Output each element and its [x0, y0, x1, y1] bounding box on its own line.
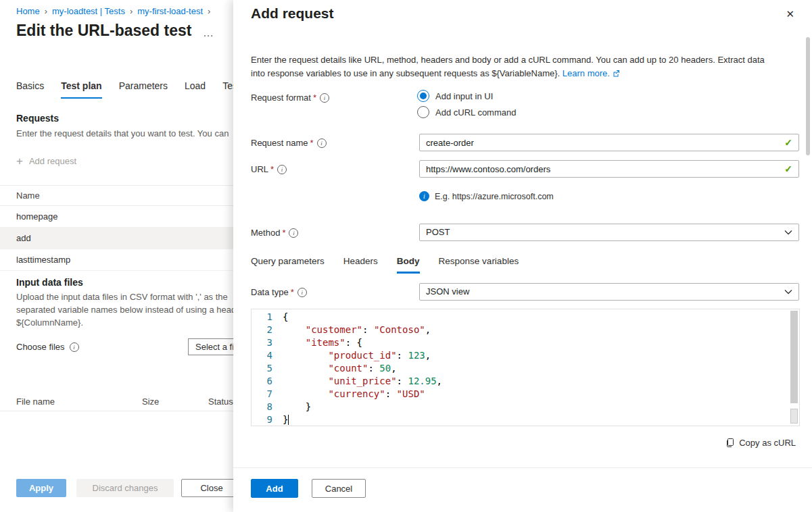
url-label: URL* i	[251, 164, 287, 174]
url-field-wrap: ✓	[419, 160, 799, 178]
code-line[interactable]: 3 "items": {	[252, 336, 788, 349]
code-token: ,	[425, 324, 431, 335]
code-line[interactable]: 1{	[252, 311, 788, 324]
copy-as-curl-label: Copy as cURL	[739, 438, 796, 448]
tab-response-variables[interactable]: Response variables	[439, 256, 519, 274]
url-hint: i E.g. https://azure.microsoft.com	[419, 191, 554, 201]
code-text: {	[283, 311, 288, 324]
info-icon[interactable]: i	[317, 138, 327, 148]
request-format-label: Request format* i	[251, 93, 329, 103]
radio-add-curl-command[interactable]: Add cURL command	[417, 106, 516, 118]
divider	[233, 467, 812, 468]
code-token: :	[397, 376, 408, 386]
add-button[interactable]: Add	[251, 479, 298, 498]
valid-check-icon: ✓	[784, 163, 792, 174]
file-name-column-header: File name	[16, 396, 55, 407]
code-line[interactable]: 8 }	[252, 401, 788, 413]
panel-description-text: Enter the request details like URL, meth…	[251, 55, 765, 78]
radio-selected-icon	[417, 90, 429, 102]
choose-files-label: Choose files i	[16, 342, 79, 352]
tab-headers[interactable]: Headers	[343, 256, 378, 274]
tab-parameters[interactable]: Parameters	[119, 80, 168, 99]
tab-test-plan[interactable]: Test plan	[61, 80, 101, 99]
cancel-button[interactable]: Cancel	[312, 479, 366, 498]
line-number: 6	[252, 375, 283, 388]
tab-load[interactable]: Load	[185, 80, 206, 99]
breadcrumb: Home › my-loadtest | Tests › my-first-lo…	[16, 6, 210, 16]
url-input[interactable]	[420, 161, 798, 177]
size-column-header: Size	[142, 396, 159, 407]
learn-more-link[interactable]: Learn more.	[563, 68, 620, 78]
chevron-right-icon: ›	[130, 6, 133, 16]
info-icon[interactable]: i	[277, 165, 287, 174]
input-files-description-line3: ${ColumnName}.	[16, 317, 83, 328]
line-number: 5	[252, 362, 283, 375]
code-text: "currency": "USD"	[283, 388, 425, 401]
code-token: ,	[437, 376, 442, 386]
data-type-label: Data type* i	[251, 287, 307, 297]
close-icon[interactable]: ✕	[786, 8, 794, 20]
apply-button[interactable]: Apply	[16, 479, 66, 497]
data-type-dropdown[interactable]: JSON view	[419, 283, 799, 301]
copy-as-curl-button[interactable]: Copy as cURL	[725, 438, 796, 448]
screen: Home › my-loadtest | Tests › my-first-lo…	[0, 0, 812, 512]
add-request-label: Add request	[29, 156, 76, 166]
chevron-right-icon: ›	[45, 6, 47, 16]
code-text: "product_id": 123,	[283, 349, 431, 362]
chevron-down-icon	[784, 230, 792, 235]
more-options-button[interactable]: …	[203, 27, 214, 39]
discard-changes-button[interactable]: Discard changes	[76, 479, 174, 497]
code-line[interactable]: 6 "unit_price": 12.95,	[252, 375, 788, 388]
status-column-header: Status	[208, 396, 233, 407]
line-number: 9	[252, 413, 283, 426]
tab-basics[interactable]: Basics	[16, 80, 44, 99]
code-line[interactable]: 4 "product_id": 123,	[252, 349, 788, 362]
request-name-input[interactable]	[420, 134, 798, 151]
code-token: :	[362, 324, 374, 335]
editor-scrollbar[interactable]	[790, 310, 798, 425]
code-token: "Contoso"	[374, 324, 425, 335]
info-icon[interactable]: i	[289, 228, 298, 238]
code-line[interactable]: 9}	[252, 413, 788, 426]
breadcrumb-test-name[interactable]: my-first-load-test	[137, 6, 203, 16]
line-number: 3	[252, 336, 283, 349]
info-icon[interactable]: i	[297, 288, 307, 297]
page-tab-bar: Basics Test plan Parameters Load Test	[16, 80, 240, 99]
code-token	[283, 376, 328, 386]
code-line[interactable]: 7 "currency": "USD"	[252, 388, 788, 401]
line-number: 1	[252, 311, 283, 324]
code-token	[283, 350, 328, 361]
add-request-panel: Add request ✕ Enter the request details …	[233, 0, 812, 512]
request-name-label: Request name* i	[251, 138, 327, 148]
code-line[interactable]: 5 "count": 50,	[252, 362, 788, 375]
code-token: "currency"	[328, 388, 385, 399]
editor-scrollbar-thumb[interactable]	[790, 311, 798, 403]
breadcrumb-home[interactable]: Home	[16, 6, 40, 16]
input-files-description-line1: Upload the input data files in CSV forma…	[16, 292, 228, 302]
info-filled-icon: i	[419, 191, 429, 201]
text-cursor	[288, 415, 289, 425]
info-icon[interactable]: i	[320, 93, 329, 103]
code-token: "product_id"	[328, 350, 396, 361]
breadcrumb-tests[interactable]: my-loadtest | Tests	[52, 6, 125, 16]
code-token: "items"	[306, 337, 345, 348]
radio-label: Add cURL command	[435, 107, 516, 118]
external-link-icon	[613, 70, 620, 77]
add-request-button[interactable]: + Add request	[16, 155, 76, 167]
tab-body[interactable]: Body	[397, 256, 420, 274]
code-token: :	[385, 388, 397, 399]
code-token: "customer"	[306, 324, 362, 335]
requests-description: Enter the request details that you want …	[16, 128, 229, 138]
request-format-radio-group: Add input in UI Add cURL command	[417, 90, 516, 118]
json-body-editor[interactable]: 1{2 "customer": "Contoso",3 "items": {4 …	[251, 309, 800, 426]
code-line[interactable]: 2 "customer": "Contoso",	[252, 324, 788, 336]
info-icon[interactable]: i	[70, 342, 79, 352]
tab-query-parameters[interactable]: Query parameters	[251, 256, 325, 274]
copy-icon	[725, 438, 735, 448]
code-token: }	[283, 414, 288, 425]
code-text: }	[283, 401, 311, 413]
editor-scrollbar-corner	[790, 409, 798, 424]
radio-add-input-in-ui[interactable]: Add input in UI	[417, 90, 516, 102]
method-dropdown[interactable]: POST	[419, 224, 799, 241]
panel-scrollbar[interactable]	[806, 37, 810, 155]
